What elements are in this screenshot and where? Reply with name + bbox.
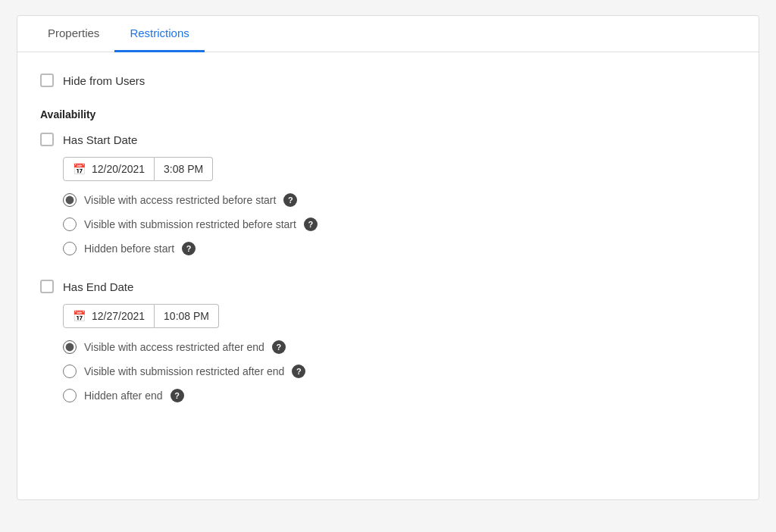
start-help-icon-2[interactable]: ? bbox=[304, 217, 318, 231]
start-radio-3[interactable] bbox=[63, 242, 77, 255]
hide-from-users-checkbox[interactable] bbox=[40, 74, 54, 87]
availability-section: Availability Has Start Date 📅 12/20/2021… bbox=[40, 108, 736, 402]
has-end-date-checkbox[interactable] bbox=[40, 280, 54, 293]
end-radio-1[interactable] bbox=[63, 340, 77, 354]
end-radio-3[interactable] bbox=[63, 389, 77, 402]
tab-bar: Properties Restrictions bbox=[17, 16, 759, 52]
end-radio-label-3: Hidden after end bbox=[84, 390, 163, 402]
end-radio-label-2: Visible with submission restricted after… bbox=[84, 365, 284, 377]
panel-content: Hide from Users Availability Has Start D… bbox=[17, 52, 759, 448]
has-end-date-label: Has End Date bbox=[63, 280, 133, 293]
start-radio-1[interactable] bbox=[63, 193, 77, 207]
tab-properties[interactable]: Properties bbox=[33, 16, 114, 52]
start-date-value: 12/20/2021 bbox=[92, 163, 145, 175]
start-radio-label-3: Hidden before start bbox=[84, 243, 174, 255]
start-radio-label-1: Visible with access restricted before st… bbox=[84, 194, 276, 206]
start-calendar-icon: 📅 bbox=[73, 163, 86, 175]
start-help-icon-3[interactable]: ? bbox=[182, 242, 196, 255]
start-radio-row-3: Hidden before start ? bbox=[63, 242, 736, 255]
start-date-inputs: 📅 12/20/2021 3:08 PM bbox=[63, 157, 736, 181]
end-radio-2[interactable] bbox=[63, 365, 77, 378]
end-radio-row-3: Hidden after end ? bbox=[63, 389, 736, 402]
start-help-icon-1[interactable]: ? bbox=[283, 193, 297, 207]
start-radio-2[interactable] bbox=[63, 217, 77, 231]
has-start-date-checkbox[interactable] bbox=[40, 133, 54, 146]
start-date-header: Has Start Date bbox=[40, 133, 736, 146]
has-start-date-label: Has Start Date bbox=[63, 133, 137, 146]
end-time-field[interactable]: 10:08 PM bbox=[155, 304, 219, 328]
end-date-field[interactable]: 📅 12/27/2021 bbox=[63, 304, 155, 328]
start-date-radio-options: Visible with access restricted before st… bbox=[63, 193, 736, 255]
start-date-field[interactable]: 📅 12/20/2021 bbox=[63, 157, 155, 181]
end-date-value: 12/27/2021 bbox=[92, 310, 145, 322]
start-radio-row-2: Visible with submission restricted befor… bbox=[63, 217, 736, 231]
end-date-radio-options: Visible with access restricted after end… bbox=[63, 340, 736, 402]
end-help-icon-1[interactable]: ? bbox=[272, 340, 286, 354]
end-radio-row-2: Visible with submission restricted after… bbox=[63, 365, 736, 378]
end-radio-row-1: Visible with access restricted after end… bbox=[63, 340, 736, 354]
end-date-section: Has End Date 📅 12/27/2021 10:08 PM Visib… bbox=[40, 280, 736, 402]
end-calendar-icon: 📅 bbox=[73, 310, 86, 322]
restrictions-panel: Properties Restrictions Hide from Users … bbox=[17, 15, 759, 500]
hide-from-users-label[interactable]: Hide from Users bbox=[63, 74, 145, 87]
start-radio-label-2: Visible with submission restricted befor… bbox=[84, 218, 296, 230]
end-date-inputs: 📅 12/27/2021 10:08 PM bbox=[63, 304, 736, 328]
start-radio-row-1: Visible with access restricted before st… bbox=[63, 193, 736, 207]
availability-section-label: Availability bbox=[40, 108, 736, 120]
end-help-icon-2[interactable]: ? bbox=[292, 365, 305, 378]
end-date-header: Has End Date bbox=[40, 280, 736, 293]
start-date-section: Has Start Date 📅 12/20/2021 3:08 PM Visi… bbox=[40, 133, 736, 255]
tab-restrictions[interactable]: Restrictions bbox=[114, 16, 204, 52]
end-help-icon-3[interactable]: ? bbox=[171, 389, 184, 402]
hide-from-users-row: Hide from Users bbox=[40, 74, 736, 87]
start-time-field[interactable]: 3:08 PM bbox=[155, 157, 213, 181]
end-radio-label-1: Visible with access restricted after end bbox=[84, 341, 264, 353]
